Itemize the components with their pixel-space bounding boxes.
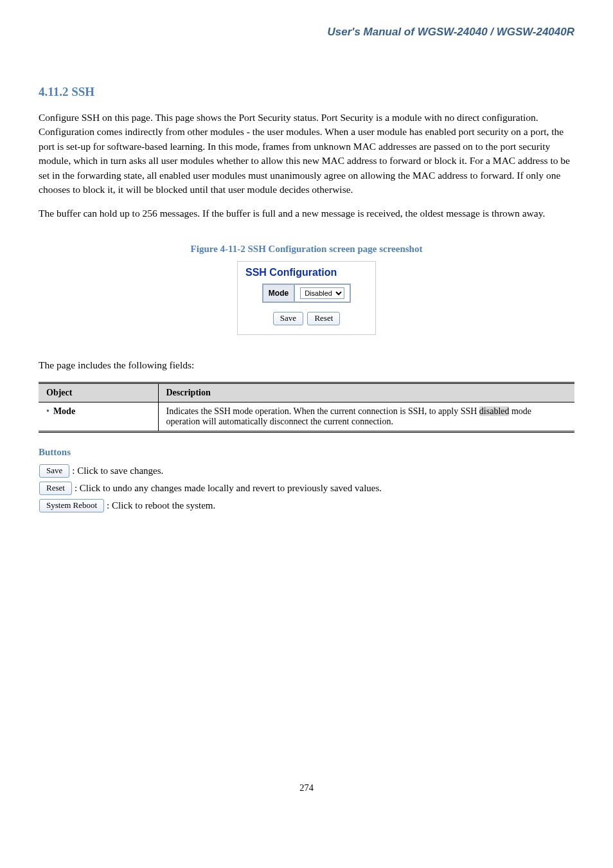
bullet-icon: • xyxy=(46,406,53,416)
table-row: •Mode Indicates the SSH mode operation. … xyxy=(39,402,574,431)
description-cell: Indicates the SSH mode operation. When t… xyxy=(158,402,574,431)
object-cell: •Mode xyxy=(39,402,158,431)
reset-button-row: Reset : Click to undo any changes made l… xyxy=(39,482,574,495)
system-reboot-desc: : Click to reboot the system. xyxy=(107,500,215,511)
save-button-row: Save : Click to save changes. xyxy=(39,464,574,478)
description-table: Object Description •Mode Indicates the S… xyxy=(39,382,574,433)
desc-prefix: Indicates the SSH mode operation. When t… xyxy=(166,406,479,416)
system-reboot-row: System Reboot : Click to reboot the syst… xyxy=(39,499,574,512)
mode-select[interactable]: Disabled xyxy=(300,287,344,299)
intro-paragraph-2: The buffer can hold up to 256 messages. … xyxy=(39,206,574,221)
reset-button[interactable]: Reset xyxy=(39,482,72,495)
figure-caption: Figure 4-11-2 SSH Configuration screen p… xyxy=(39,244,574,255)
disabled-keyword: disabled xyxy=(479,406,510,416)
figure-panel: SSH Configuration Mode Disabled Save Res… xyxy=(39,261,574,335)
mode-table: Mode Disabled xyxy=(262,284,351,303)
ssh-config-panel: SSH Configuration Mode Disabled Save Res… xyxy=(237,261,376,335)
section-heading: 4.11.2 SSH xyxy=(39,85,574,99)
panel-save-button[interactable]: Save xyxy=(273,312,303,325)
system-reboot-button[interactable]: System Reboot xyxy=(39,499,104,512)
panel-buttons: Save Reset xyxy=(245,312,368,325)
th-object: Object xyxy=(39,383,158,402)
mode-select-cell: Disabled xyxy=(294,284,350,302)
reset-desc: : Click to undo any changes made locally… xyxy=(75,483,382,494)
save-desc: : Click to save changes. xyxy=(72,466,163,476)
buttons-heading: Buttons xyxy=(39,447,574,458)
page-number: 274 xyxy=(39,782,574,793)
save-button[interactable]: Save xyxy=(39,464,69,478)
panel-reset-button[interactable]: Reset xyxy=(307,312,340,325)
mode-label-cell: Mode xyxy=(263,284,294,302)
panel-title: SSH Configuration xyxy=(245,267,368,278)
object-label: Mode xyxy=(53,406,75,416)
th-description: Description xyxy=(158,383,574,402)
intro-paragraph: Configure SSH on this page. This page sh… xyxy=(39,111,574,197)
page-includes-text: The page includes the following fields: xyxy=(39,358,574,372)
chapter-title: User's Manual of WGSW-24040 / WGSW-24040… xyxy=(39,26,574,39)
